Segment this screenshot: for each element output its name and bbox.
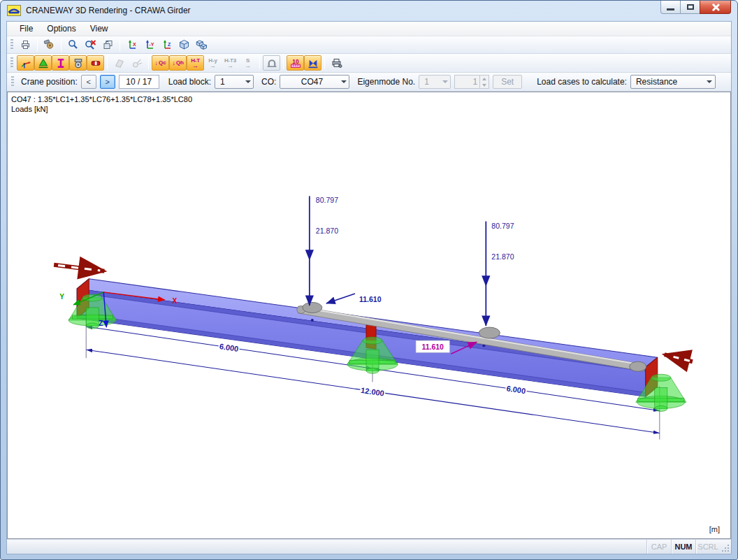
crane-wheel-icon: [72, 57, 85, 69]
set-button[interactable]: Set: [493, 75, 522, 89]
print-button[interactable]: [17, 37, 34, 52]
svg-text:X: X: [133, 42, 136, 47]
buffer-icon: [89, 57, 102, 69]
title-bar[interactable]: CRANEWAY 3D Rendering - CRAWA Girder: [1, 1, 737, 20]
web-node-dot: [311, 319, 314, 322]
wheel-contact-icon: [307, 57, 319, 69]
crane-wheel-left: [303, 302, 322, 313]
eigenmode-stepper[interactable]: 1: [454, 75, 489, 89]
minimize-button[interactable]: [660, 1, 681, 14]
resize-grip[interactable]: [720, 540, 731, 554]
print-graphic-button[interactable]: [328, 55, 345, 71]
resize-grip-icon: [721, 544, 730, 552]
view-along-y-button[interactable]: -Y: [140, 37, 158, 52]
right-arrow-icon: →: [245, 64, 251, 69]
qh-label: Qh: [176, 60, 184, 66]
separator: [37, 38, 38, 51]
co-select[interactable]: CO47: [280, 75, 349, 89]
close-button[interactable]: [700, 1, 731, 14]
show-buffer-button[interactable]: [87, 55, 104, 71]
svg-text:10: 10: [292, 57, 299, 64]
view-y-icon: -Y: [143, 39, 156, 50]
load-ht-button[interactable]: H-T →: [187, 55, 204, 71]
display-toolbar: ↓Qc ↓Qh H-T → H-y → H-T3 → S →: [7, 54, 731, 73]
menu-file[interactable]: File: [13, 22, 40, 36]
load-block-select[interactable]: 1: [215, 75, 254, 89]
chevron-down-icon: [440, 80, 450, 83]
toolbar-grip[interactable]: [10, 57, 13, 69]
eigenmode-select[interactable]: 1: [419, 75, 451, 89]
step-up-icon[interactable]: [480, 76, 489, 82]
deformation-button[interactable]: [110, 55, 128, 71]
printer-icon: [331, 57, 342, 69]
magnifier-icon: [67, 39, 79, 50]
menu-view[interactable]: View: [83, 22, 115, 36]
perspective-view-button[interactable]: [193, 37, 210, 52]
maximize-icon: [687, 4, 694, 10]
right-arrow-icon: →: [192, 64, 198, 69]
rail-clamp-icon: [266, 57, 278, 69]
load-ht3-button[interactable]: H-T3 →: [222, 55, 239, 71]
load-qh-button[interactable]: ↓Qh: [169, 55, 187, 71]
maximize-button[interactable]: [680, 1, 700, 14]
caps-lock-indicator: CAP: [646, 540, 671, 554]
buffer-left: [54, 265, 104, 271]
right-wheel-loads: 80.797 21.870: [486, 222, 514, 326]
dimension-numbers-button[interactable]: 10: [287, 55, 304, 71]
show-crane-button[interactable]: [69, 55, 87, 71]
render-settings-button[interactable]: [41, 37, 58, 52]
buffer-right: [665, 354, 693, 361]
menu-options[interactable]: Options: [40, 22, 82, 36]
load-s-button[interactable]: S →: [239, 55, 256, 71]
load-qc-button[interactable]: ↓Qc: [152, 55, 169, 71]
crane-position-value: 10 / 17: [119, 75, 159, 89]
show-supports-button[interactable]: [34, 55, 52, 71]
svg-text:Z: Z: [168, 42, 171, 47]
view-z-icon: Z: [161, 39, 173, 50]
render-viewport[interactable]: 6.000 6.000 12.000: [7, 92, 731, 539]
separator: [61, 38, 62, 51]
menu-bar: File Options View: [7, 22, 731, 36]
status-bar: CAP NUM SCRL: [7, 539, 731, 554]
view-along-z-button[interactable]: Z: [158, 37, 175, 52]
qc-label: Qc: [159, 60, 166, 66]
close-icon: [711, 3, 720, 11]
axis-z-label: Z: [99, 320, 103, 327]
toolbar-grip[interactable]: [10, 39, 13, 50]
load-cases-select[interactable]: Resistance: [630, 75, 716, 89]
chevron-down-icon: [243, 80, 253, 83]
i-section-icon: [55, 57, 67, 69]
scroll-lock-indicator: SCRL: [695, 540, 720, 554]
eigenmode-label: Eigenmode No.: [357, 77, 415, 87]
client-area: File Options View: [6, 21, 732, 554]
dim-total-label: 12.000: [360, 386, 384, 398]
view-along-x-button[interactable]: X: [123, 37, 140, 52]
co-value: CO47: [301, 77, 323, 87]
magnifier-cancel-icon: [85, 39, 96, 50]
step-down-icon[interactable]: [480, 82, 489, 88]
axis-x-label: X: [172, 297, 177, 305]
toolbar-grip[interactable]: [11, 76, 14, 87]
show-cross-section-button[interactable]: [52, 55, 69, 71]
show-axes-button[interactable]: [17, 55, 34, 71]
light-source-button[interactable]: [128, 55, 145, 71]
rail-clamp-button[interactable]: [263, 55, 280, 71]
minimize-icon: [667, 8, 674, 10]
previous-view-button[interactable]: [99, 37, 117, 52]
rail-load-left-label: 11.610: [359, 295, 382, 303]
wheel-contact-button[interactable]: [304, 55, 321, 71]
separator: [259, 57, 260, 69]
crane-position-bar: Crane position: < > 10 / 17 Load block: …: [7, 73, 731, 92]
next-position-button[interactable]: >: [100, 75, 115, 89]
zoom-in-button[interactable]: [64, 37, 82, 52]
left-load-secondary: 21.870: [316, 227, 338, 235]
view-toolbar: X -Y Z: [7, 36, 731, 54]
load-hy-button[interactable]: H-y →: [204, 55, 222, 71]
left-load-primary: 80.797: [316, 196, 338, 204]
result-header: CO47 : 1.35*LC1+1.35*LC76+1.35*LC78+1.35…: [11, 94, 192, 114]
zoom-cancel-button[interactable]: [82, 37, 99, 52]
right-arrow-icon: →: [210, 64, 216, 69]
previous-position-button[interactable]: <: [81, 75, 96, 89]
isometric-view-button[interactable]: [175, 37, 193, 52]
separator: [324, 57, 325, 69]
